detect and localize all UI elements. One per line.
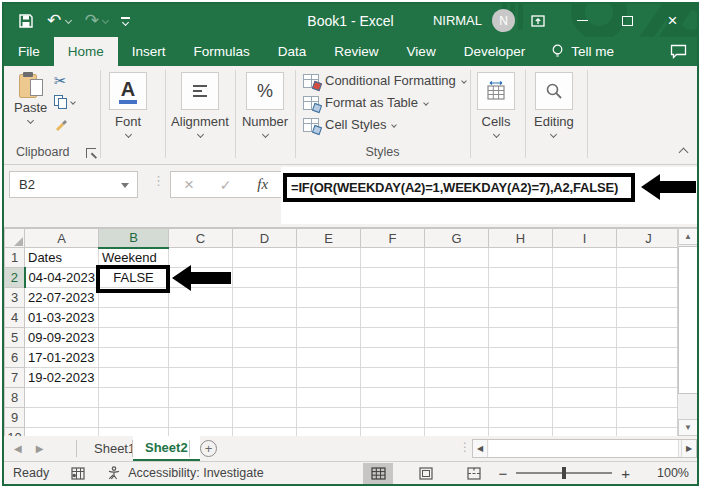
name-box-dropdown-icon[interactable]: [121, 183, 129, 188]
editing-menu-button[interactable]: Editing: [534, 72, 574, 137]
redo-button[interactable]: ↷: [80, 4, 114, 37]
row-header-7[interactable]: 7: [5, 368, 25, 388]
enter-icon[interactable]: ✓: [220, 177, 232, 193]
conditional-formatting-button[interactable]: Conditional Formatting: [303, 73, 466, 88]
tab-insert[interactable]: Insert: [118, 37, 180, 66]
tab-developer[interactable]: Developer: [450, 37, 540, 66]
row-header-10[interactable]: 10: [5, 428, 25, 437]
vertical-scrollbar[interactable]: ▲ ▼: [677, 228, 697, 436]
cell-B9[interactable]: [99, 408, 169, 428]
collapse-ribbon-icon[interactable]: [679, 148, 689, 158]
cell-F6[interactable]: [361, 348, 425, 368]
accessibility-label[interactable]: Accessibility: Investigate: [128, 466, 263, 480]
cell-E9[interactable]: [297, 408, 361, 428]
cell-B5[interactable]: [99, 328, 169, 348]
paste-button[interactable]: Paste: [14, 72, 47, 123]
cell-H3[interactable]: [489, 288, 553, 308]
font-menu-button[interactable]: A Font: [109, 72, 147, 137]
cell-G3[interactable]: [425, 288, 489, 308]
cell-F5[interactable]: [361, 328, 425, 348]
page-break-view-button[interactable]: [459, 463, 489, 484]
cell-I5[interactable]: [553, 328, 617, 348]
cell-A5[interactable]: 09-09-2023: [25, 328, 99, 348]
cell-H7[interactable]: [489, 368, 553, 388]
cell-F8[interactable]: [361, 388, 425, 408]
cell-D7[interactable]: [233, 368, 297, 388]
alignment-menu-button[interactable]: Alignment: [173, 72, 227, 137]
cell-A10[interactable]: [25, 428, 99, 437]
cell-G5[interactable]: [425, 328, 489, 348]
column-header-C[interactable]: C: [169, 229, 233, 248]
cancel-icon[interactable]: ×: [184, 175, 194, 195]
cell-J5[interactable]: [617, 328, 681, 348]
cell-C9[interactable]: [169, 408, 233, 428]
cell-G9[interactable]: [425, 408, 489, 428]
column-header-I[interactable]: I: [553, 229, 617, 248]
cell-I2[interactable]: [553, 268, 617, 288]
close-button[interactable]: ×: [650, 4, 695, 37]
cell-A1[interactable]: Dates: [25, 248, 99, 268]
cell-D5[interactable]: [233, 328, 297, 348]
cell-C5[interactable]: [169, 328, 233, 348]
row-header-1[interactable]: 1: [5, 248, 25, 268]
column-header-A[interactable]: A: [25, 229, 99, 248]
cell-J4[interactable]: [617, 308, 681, 328]
cell-D2[interactable]: [233, 268, 297, 288]
name-box[interactable]: B2: [9, 171, 138, 198]
cell-G10[interactable]: [425, 428, 489, 437]
column-header-H[interactable]: H: [489, 229, 553, 248]
column-header-G[interactable]: G: [425, 229, 489, 248]
cell-A8[interactable]: [25, 388, 99, 408]
number-menu-button[interactable]: % Number: [240, 72, 290, 137]
cell-A7[interactable]: 19-02-2023: [25, 368, 99, 388]
cell-D6[interactable]: [233, 348, 297, 368]
cell-H4[interactable]: [489, 308, 553, 328]
cell-D8[interactable]: [233, 388, 297, 408]
cell-A9[interactable]: [25, 408, 99, 428]
horizontal-scrollbar[interactable]: ◀ ▶: [472, 439, 697, 458]
cell-J2[interactable]: [617, 268, 681, 288]
cell-G8[interactable]: [425, 388, 489, 408]
cell-E3[interactable]: [297, 288, 361, 308]
cell-E8[interactable]: [297, 388, 361, 408]
cell-J8[interactable]: [617, 388, 681, 408]
accessibility-icon[interactable]: [107, 466, 121, 480]
cell-G4[interactable]: [425, 308, 489, 328]
cell-F10[interactable]: [361, 428, 425, 437]
cell-C6[interactable]: [169, 348, 233, 368]
clipboard-dialog-launcher-icon[interactable]: [86, 148, 96, 158]
cell-H8[interactable]: [489, 388, 553, 408]
column-header-D[interactable]: D: [233, 229, 297, 248]
cell-B10[interactable]: [99, 428, 169, 437]
cell-I6[interactable]: [553, 348, 617, 368]
row-header-8[interactable]: 8: [5, 388, 25, 408]
cell-C7[interactable]: [169, 368, 233, 388]
cell-I4[interactable]: [553, 308, 617, 328]
comment-icon[interactable]: [670, 37, 687, 66]
row-header-6[interactable]: 6: [5, 348, 25, 368]
cell-J10[interactable]: [617, 428, 681, 437]
minimize-button[interactable]: [560, 4, 605, 37]
column-header-J[interactable]: J: [617, 229, 681, 248]
row-header-2[interactable]: 2: [5, 268, 25, 288]
tab-data[interactable]: Data: [264, 37, 321, 66]
normal-view-button[interactable]: [363, 463, 393, 484]
account-area[interactable]: NIRMAL N: [433, 4, 515, 37]
cell-A4[interactable]: 01-03-2023: [25, 308, 99, 328]
row-header-5[interactable]: 5: [5, 328, 25, 348]
vertical-scroll-thumb[interactable]: [678, 246, 697, 394]
zoom-level[interactable]: 100%: [651, 466, 689, 480]
scroll-right-icon[interactable]: ▶: [681, 440, 696, 457]
cell-F1[interactable]: [361, 248, 425, 268]
copy-button[interactable]: [54, 94, 75, 110]
tab-file[interactable]: File: [4, 37, 54, 66]
cell-H2[interactable]: [489, 268, 553, 288]
cell-H5[interactable]: [489, 328, 553, 348]
cell-F7[interactable]: [361, 368, 425, 388]
cell-styles-button[interactable]: Cell Styles: [303, 117, 466, 132]
zoom-slider[interactable]: [516, 472, 612, 474]
cell-D3[interactable]: [233, 288, 297, 308]
zoom-out-icon[interactable]: −: [489, 465, 516, 482]
cell-E2[interactable]: [297, 268, 361, 288]
cell-I1[interactable]: [553, 248, 617, 268]
